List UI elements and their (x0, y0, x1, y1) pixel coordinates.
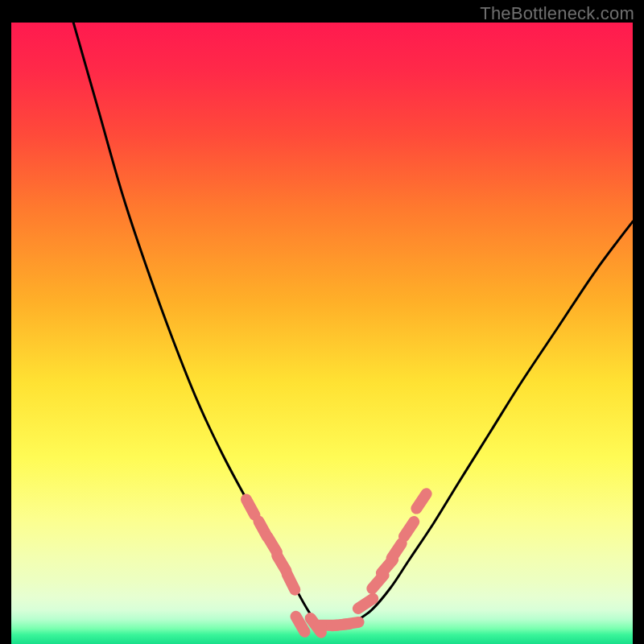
bottleneck-chart (11, 23, 633, 644)
marker-dot (341, 622, 359, 625)
marker-dot (287, 574, 295, 590)
chart-frame (11, 23, 633, 644)
marker-dot (246, 500, 255, 515)
gradient-background (11, 23, 633, 644)
watermark-text: TheBottleneck.com (480, 3, 634, 24)
marker-dot (296, 617, 305, 632)
marker-dot (277, 555, 286, 571)
marker-dot (268, 537, 277, 552)
